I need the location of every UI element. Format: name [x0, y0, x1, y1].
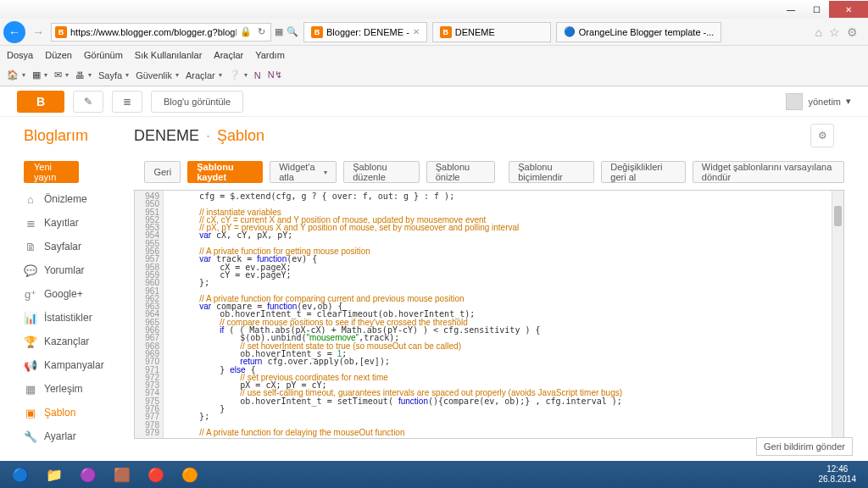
sidebar-label: Kazançlar: [44, 336, 89, 347]
breadcrumb-template: Şablon: [217, 127, 264, 145]
refresh-icon[interactable]: ↻: [255, 26, 267, 38]
sidebar-item-template[interactable]: ▣Şablon: [24, 403, 134, 422]
main-content: ⌂Önizleme ≣Kayıtlar 🗎Sayfalar 💬Yorumlar …: [0, 190, 868, 446]
safety-dropdown[interactable]: Güvenlik: [136, 70, 179, 80]
preview-template-button[interactable]: Şablonu önizle: [426, 161, 495, 183]
sidebar-label: Kampanyalar: [44, 359, 104, 371]
sidebar-item-comments[interactable]: 💬Yorumlar: [24, 261, 134, 280]
tab-deneme[interactable]: B DENEME: [432, 22, 551, 42]
help-dropdown[interactable]: ❔: [229, 69, 248, 80]
menu-tools[interactable]: Araçlar: [214, 50, 243, 60]
reset-widgets-button[interactable]: Widget şablonlarını varsayılana döndür: [693, 161, 844, 183]
sidebar-item-earnings[interactable]: 🏆Kazançlar: [24, 332, 134, 351]
feeds-dropdown[interactable]: ▦: [32, 69, 47, 80]
sidebar-label: Google+: [44, 288, 83, 300]
view-blog-button[interactable]: Blog'u görüntüle: [151, 91, 243, 113]
sidebar-item-posts[interactable]: ≣Kayıtlar: [24, 214, 134, 232]
format-template-button[interactable]: Şablonu biçimlendir: [509, 161, 594, 183]
site-icon: B: [55, 26, 67, 38]
url-input[interactable]: [70, 27, 236, 37]
mail-dropdown[interactable]: ✉: [54, 69, 69, 80]
tab-close-icon[interactable]: ✕: [413, 27, 420, 36]
breadcrumb-blogs[interactable]: Bloglarım: [24, 127, 134, 145]
sidebar-item-stats[interactable]: 📊İstatistikler: [24, 308, 134, 327]
breadcrumb: Bloglarım DENEME · Şablon ⚙: [0, 117, 868, 154]
settings-gear-button[interactable]: ⚙: [810, 124, 834, 147]
settings-icon: 🔧: [24, 430, 37, 443]
layout-icon: ▦: [24, 382, 37, 396]
tab-label: OrangeLine Blogger template -...: [579, 27, 715, 37]
browser-toolbar-2: 🏠 ▦ ✉ 🖶 Sayfa Güvenlik Araçlar ❔ N N↯: [0, 64, 868, 86]
pages-icon: 🗎: [24, 240, 37, 253]
menu-favorites[interactable]: Sık Kullanılanlar: [135, 50, 203, 60]
home-icon[interactable]: ⌂: [815, 25, 822, 39]
lock-icon: 🔒: [240, 26, 252, 38]
sidebar-label: Kayıtlar: [44, 217, 79, 229]
taskbar-chrome-icon[interactable]: 🔴: [139, 463, 173, 486]
favorites-icon[interactable]: ☆: [829, 25, 840, 39]
back-button[interactable]: ←: [3, 21, 25, 43]
taskbar-clock[interactable]: 12:46 26.8.2014: [819, 464, 865, 485]
page-dropdown[interactable]: Sayfa: [98, 70, 129, 80]
taskbar-app1-icon[interactable]: 🟣: [71, 463, 105, 486]
compat-icon[interactable]: ▦: [273, 26, 285, 38]
sidebar-item-campaigns[interactable]: 📢Kampanyalar: [24, 356, 134, 374]
blogger-logo-button[interactable]: B: [17, 91, 64, 113]
sidebar-item-googleplus[interactable]: g⁺Google+: [24, 285, 134, 303]
sidebar-item-overview[interactable]: ⌂Önizleme: [24, 190, 134, 208]
forward-button[interactable]: →: [27, 21, 49, 43]
taskbar-app2-icon[interactable]: 🟫: [105, 463, 139, 486]
save-template-button[interactable]: Şablonu kaydet: [187, 161, 263, 183]
action-toolbar: Yeni yayın Geri Şablonu kaydet Widget'a …: [0, 154, 868, 190]
close-button[interactable]: ✕: [829, 1, 868, 18]
home-dropdown[interactable]: 🏠: [7, 69, 25, 80]
sidebar-label: Önizleme: [44, 193, 87, 205]
tools-icon[interactable]: ⚙: [847, 25, 858, 39]
home-icon: ⌂: [24, 192, 37, 206]
sidebar-label: Şablon: [44, 407, 75, 419]
taskbar-explorer-icon[interactable]: 📁: [37, 463, 71, 486]
posts-button[interactable]: ≣: [112, 91, 142, 113]
tab-icon: 🔵: [564, 26, 576, 38]
menu-help[interactable]: Yardım: [255, 50, 285, 60]
taskbar-ie-icon[interactable]: 🔵: [3, 463, 37, 486]
menu-edit[interactable]: Düzen: [45, 50, 72, 60]
back-button-page[interactable]: Geri: [144, 161, 181, 183]
new-post-button[interactable]: Yeni yayın: [24, 161, 79, 183]
search-icon[interactable]: 🔍: [287, 26, 298, 38]
tab-blogger-deneme[interactable]: B Blogger: DENEME - ✕: [303, 22, 427, 42]
address-bar[interactable]: B 🔒 ↻: [51, 23, 271, 42]
breadcrumb-blogname[interactable]: DENEME: [134, 127, 199, 145]
gplus-icon: g⁺: [24, 287, 37, 301]
tools-dropdown[interactable]: Araçlar: [186, 70, 222, 80]
scroll-thumb[interactable]: [834, 206, 842, 226]
posts-icon: ≣: [24, 216, 37, 230]
maximize-button[interactable]: ☐: [804, 1, 829, 18]
user-menu[interactable]: yönetim ▾: [786, 93, 851, 110]
sidebar-item-settings[interactable]: 🔧Ayarlar: [24, 427, 134, 446]
sidebar-item-pages[interactable]: 🗎Sayfalar: [24, 237, 134, 256]
code-editor[interactable]: 9499509519529539549559569579589599609619…: [134, 190, 844, 439]
edit-template-button[interactable]: Şablonu düzenle: [343, 161, 420, 183]
jump-widget-button[interactable]: Widget'a atla: [270, 161, 337, 183]
browser-right-icons: ⌂ ☆ ⚙: [815, 25, 865, 39]
onenote-linked-icon[interactable]: N↯: [268, 69, 282, 80]
code-content[interactable]: cfg = $.extend(cfg, g ? { over: f, out: …: [164, 191, 843, 438]
browser-menu: Dosya Düzen Görünüm Sık Kullanılanlar Ar…: [0, 46, 868, 64]
compose-button[interactable]: ✎: [73, 91, 103, 113]
campaigns-icon: 📢: [24, 358, 37, 372]
tab-orangeline[interactable]: 🔵 OrangeLine Blogger template -...: [556, 22, 722, 42]
onenote-icon[interactable]: N: [254, 70, 261, 80]
sidebar-item-layout[interactable]: ▦Yerleşim: [24, 380, 134, 398]
taskbar-firefox-icon[interactable]: 🟠: [173, 463, 207, 486]
revert-changes-button[interactable]: Değişiklikleri geri al: [601, 161, 686, 183]
avatar: [786, 93, 803, 110]
menu-file[interactable]: Dosya: [7, 50, 33, 60]
minimize-button[interactable]: —: [778, 1, 804, 18]
scrollbar[interactable]: [832, 191, 843, 438]
tab-icon: B: [311, 26, 323, 38]
print-dropdown[interactable]: 🖶: [75, 70, 92, 80]
comments-icon: 💬: [24, 263, 37, 277]
menu-view[interactable]: Görünüm: [84, 50, 123, 60]
send-feedback-button[interactable]: Geri bildirim gönder: [756, 437, 853, 456]
